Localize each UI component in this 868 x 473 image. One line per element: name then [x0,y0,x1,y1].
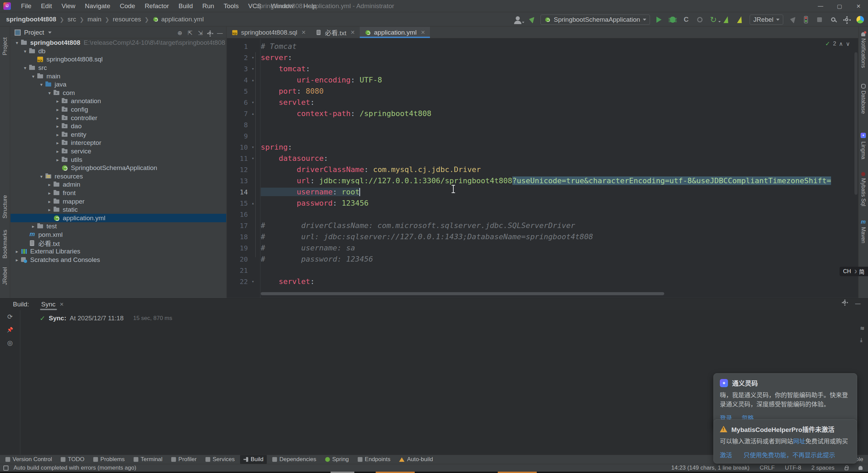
editor-tab-springboot4t808-sql[interactable]: SQLspringboot4t808.sql✕ [227,27,311,38]
build-tab-sync[interactable]: Sync [41,299,56,309]
menu-build[interactable]: Build [174,1,197,11]
status-message[interactable]: Auto build completed with errors (moment… [14,465,136,471]
chevron-down-icon[interactable]: ▾ [29,74,37,79]
breadcrumb-item[interactable]: main [86,16,103,23]
search-everywhere-icon[interactable] [829,15,837,24]
fold-marker-open[interactable]: ▾ [248,156,258,161]
tree-item-front[interactable]: ▸front [11,189,226,197]
gear-icon[interactable] [843,301,846,304]
close-icon[interactable]: ✕ [301,29,306,36]
profiler-button[interactable] [695,15,704,24]
vcs-update-icon[interactable] [527,15,536,24]
gear-icon[interactable] [209,32,211,35]
dont-show-link[interactable]: 不再显示此提示 [792,450,835,459]
indent-indicator[interactable]: 2 spaces [811,465,834,471]
chevron-down-icon[interactable]: ▾ [13,40,21,45]
caret-position[interactable]: 14:23 (149 chars, 1 line break) [671,465,750,471]
code-line-17[interactable]: # driverClassName: com.microsoft.sqlserv… [261,220,575,231]
fold-marker-open[interactable]: ▾ [248,279,258,284]
chevron-right-icon[interactable]: ▸ [13,257,21,263]
menu-tools[interactable]: Tools [220,1,243,11]
code-line-13[interactable]: url: jdbc:mysql://127.0.0.1:3306/springb… [261,175,831,186]
toolwindow-button-spring[interactable]: Spring [322,455,352,464]
fold-marker-end[interactable]: ▴ [248,201,258,206]
jrebel-debug-icon[interactable] [736,15,745,24]
code-line-3[interactable]: tomcat: [261,63,310,74]
tree-item-springbootschemaapplication[interactable]: SpringbootSchemaApplication [11,164,226,172]
gutter-line-21[interactable]: 21 [227,265,260,276]
chevron-down-icon[interactable]: ▾ [21,65,29,71]
hide-panel-icon[interactable]: — [217,30,223,37]
tree-item-pom-xml[interactable]: mpom.xml [11,231,226,239]
close-icon[interactable]: ✕ [351,29,355,36]
jrebel-select[interactable]: JRebel [750,15,783,25]
toolwindow-button-todo[interactable]: TODO [57,455,88,464]
menu-edit[interactable]: Edit [37,1,56,11]
tree-item-springboot4t808-sql[interactable]: SQLspringboot4t808.sql [11,55,226,64]
tree-item-scratches-and-consoles[interactable]: ▸Scratches and Consoles [11,256,226,264]
editor-tab-application-yml[interactable]: application.yml✕ [360,27,430,38]
chevron-right-icon[interactable]: ▸ [54,140,61,146]
code-line-2[interactable]: server: [261,52,292,63]
ime-indicator[interactable]: CH ☽ 简 [840,267,868,276]
tree-item-dao[interactable]: ▸dao [11,122,226,131]
tree-item-application-yml[interactable]: application.yml [11,214,226,222]
toolwindow-button-version-control[interactable]: Version Control [2,455,55,464]
tool-stripe-maven[interactable]: mMaven [859,219,868,243]
tree-item-entity[interactable]: ▸entity [11,131,226,139]
tool-stripe-bookmarks[interactable]: Bookmarks [0,227,10,261]
pin-icon[interactable]: 📌 [7,327,13,333]
gutter-line-22[interactable]: 22▾ [227,276,260,287]
tool-stripe-project[interactable]: Project [0,30,10,63]
chevron-down-icon[interactable]: ▾ [46,90,53,96]
chevron-right-icon[interactable]: ▸ [46,207,53,212]
tree-item-admin[interactable]: ▸admin [11,181,226,189]
collapse-all-icon[interactable]: ⇲ [198,30,203,37]
tool-stripe-structure[interactable]: Structure [0,192,10,222]
code-line-10[interactable]: spring: [261,141,292,153]
readonly-lock-icon[interactable] [845,467,848,470]
code-line-1[interactable]: # Tomcat [261,41,297,52]
tree-item-controller[interactable]: ▸controller [11,114,226,122]
website-link[interactable]: 网址 [793,438,805,445]
chevron-right-icon[interactable]: ▸ [13,249,21,254]
prev-issue-icon[interactable]: ∧ [839,40,843,48]
tree-item-interceptor[interactable]: ▸interceptor [11,139,226,147]
code-with-me-icon[interactable] [513,15,522,24]
expand-all-icon[interactable]: ⇱ [188,30,193,37]
editor[interactable]: 12▾3▾4▴56▾7▴8910▾11▾12131415▴16171819202… [227,39,858,298]
chevron-down-icon[interactable]: ▾ [38,174,45,179]
maximize-icon[interactable]: ▢ [830,0,849,12]
run-configuration-select[interactable]: SpringbootSchemaApplication [540,15,650,25]
tree-item-main[interactable]: ▾main [11,72,226,80]
chevron-right-icon[interactable]: ▸ [46,182,53,187]
toolwindow-button-endpoints[interactable]: Endpoints [354,455,394,464]
debug-button[interactable] [668,15,677,24]
chevron-right-icon[interactable]: ▸ [54,132,61,137]
tree-item-resources[interactable]: ▾resources [11,172,226,181]
code-line-12[interactable]: driverClassName: com.mysql.cj.jdbc.Drive… [261,164,481,175]
chevron-right-icon[interactable]: ▸ [46,190,53,196]
code-line-19[interactable]: # username: sa [261,242,355,253]
breadcrumb-item[interactable]: src [66,16,77,23]
fold-marker-end[interactable]: ▴ [248,111,258,116]
code-line-7[interactable]: context-path: /springboot4t808 [261,108,431,119]
tree-item-utils[interactable]: ▸utils [11,155,226,164]
notification-mybatis[interactable]: MybatisCodeHelperPro插件未激活 可以输入激活码或者到网站网址… [713,419,857,463]
toolwindow-button-problems[interactable]: Problems [90,455,128,464]
tree-item-java[interactable]: ▾java [11,80,226,89]
tree-item--txt[interactable]: 必看.txt [11,239,226,247]
filter-icon[interactable]: ◎ [7,339,13,347]
horizontal-scrollbar[interactable] [261,292,664,295]
tree-item-mapper[interactable]: ▸mapper [11,197,226,206]
breadcrumb-item[interactable]: resources [112,16,142,23]
menu-file[interactable]: File [17,1,36,11]
menu-view[interactable]: View [57,1,79,11]
line-ending-indicator[interactable]: CRLF [760,465,774,471]
attach-debugger-icon[interactable] [802,15,810,24]
fold-marker-open[interactable]: ▾ [248,55,258,60]
tree-item-test[interactable]: ▸test [11,222,226,231]
tool-stripe-mybatis[interactable]: Mybatis Sql [859,172,868,206]
tree-item-db[interactable]: ▾db [11,47,226,56]
notifications-icon[interactable] [859,466,863,470]
